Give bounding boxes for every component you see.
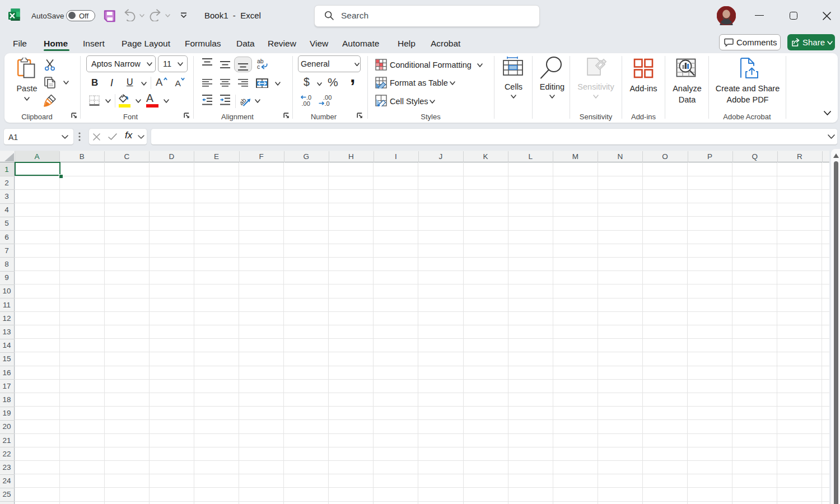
svg-text:.00: .00 <box>302 100 310 107</box>
svg-text:c: c <box>257 63 260 69</box>
svg-text:.0: .0 <box>325 100 330 107</box>
